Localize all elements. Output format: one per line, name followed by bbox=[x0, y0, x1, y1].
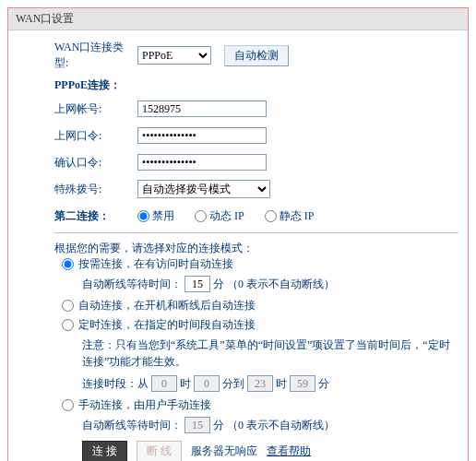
server-status: 服务器无响应 bbox=[191, 443, 257, 459]
radio-static[interactable] bbox=[265, 210, 277, 222]
conn-type-label: WAN口连接类型: bbox=[54, 40, 137, 71]
mode-intro: 根据您的需要，请选择对应的连接模式： bbox=[54, 241, 458, 256]
mode-auto-radio[interactable] bbox=[62, 300, 74, 312]
disconnect-button: 断 线 bbox=[137, 441, 182, 461]
help-link[interactable]: 查看帮助 bbox=[267, 443, 311, 459]
account-label: 上网帐号: bbox=[54, 101, 137, 117]
on-demand-wait-input[interactable] bbox=[184, 276, 210, 292]
timed-from-label: 连接时段：从 bbox=[82, 376, 149, 392]
mode-manual-radio[interactable] bbox=[62, 399, 74, 411]
panel-title: WAN口设置 bbox=[8, 8, 468, 30]
on-demand-wait-label: 自动断线等待时间： bbox=[82, 277, 182, 292]
radio-dyn[interactable] bbox=[195, 210, 207, 222]
mode-timed-radio[interactable] bbox=[62, 319, 74, 331]
manual-wait-label: 自动断线等待时间： bbox=[82, 418, 182, 433]
mode-manual-label: 手动连接，由用户手动连接 bbox=[78, 397, 211, 413]
manual-wait-input bbox=[184, 417, 210, 433]
second-conn-disable[interactable]: 禁用 bbox=[137, 208, 174, 224]
confirm-label: 确认口令: bbox=[54, 155, 137, 171]
auto-detect-button[interactable]: 自动检测 bbox=[224, 45, 289, 66]
pppoe-section-header: PPPoE连接： bbox=[54, 77, 458, 93]
connect-button[interactable]: 连 接 bbox=[82, 441, 127, 461]
timed-start-hour bbox=[151, 375, 177, 392]
password-input[interactable] bbox=[137, 127, 267, 144]
special-dial-select[interactable]: 自动选择拨号模式 bbox=[137, 180, 270, 198]
radio-disable[interactable] bbox=[137, 210, 149, 222]
timed-end-min bbox=[290, 375, 315, 392]
mode-timed-label: 定时连接，在指定的时间段自动连接 bbox=[78, 317, 256, 333]
on-demand-wait-suffix: 分 （0 表示不自动断线） bbox=[213, 277, 335, 292]
second-conn-label: 第二连接： bbox=[54, 208, 137, 224]
second-conn-static[interactable]: 静态 IP bbox=[265, 208, 315, 224]
mode-auto-label: 自动连接，在开机和断线后自动连接 bbox=[78, 298, 256, 313]
mode-timed-note: 注意：只有当您到“系统工具”菜单的“时间设置”项设置了当前时间后，“定时连接”功… bbox=[82, 337, 458, 370]
timed-end-hour bbox=[247, 375, 273, 392]
password-label: 上网口令: bbox=[54, 128, 137, 144]
timed-start-min bbox=[194, 375, 220, 392]
mode-on-demand-label: 按需连接，在有访问时自动连接 bbox=[78, 256, 233, 272]
second-conn-dyn[interactable]: 动态 IP bbox=[195, 208, 244, 224]
conn-type-select[interactable]: PPPoE bbox=[137, 46, 211, 65]
manual-wait-suffix: 分 （0 表示不自动断线） bbox=[213, 418, 335, 433]
special-dial-label: 特殊拨号: bbox=[54, 182, 137, 197]
mode-on-demand-radio[interactable] bbox=[62, 258, 74, 270]
account-input[interactable] bbox=[137, 100, 267, 117]
confirm-input[interactable] bbox=[137, 154, 267, 171]
